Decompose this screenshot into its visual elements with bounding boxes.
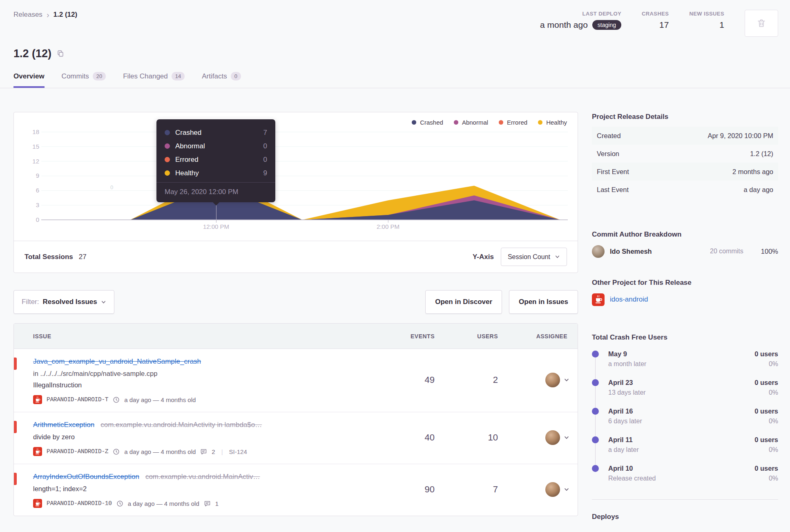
issue-short-id: PARANOID-ANDROID-Z (47, 448, 108, 455)
column-users: USERS (439, 333, 502, 340)
x-tick-2pm: 2:00 PM (377, 223, 399, 230)
timeline-dot (592, 351, 599, 358)
clock-icon (113, 396, 120, 403)
commit-author-row: Ido Shemesh 20 commits 100% (592, 244, 778, 258)
detail-row-last-event: Last Event a day ago (592, 181, 778, 199)
timeline-dot (592, 465, 599, 472)
timeline-entry: April 16 6 days later 0 users 0% (592, 407, 778, 425)
stray-zero-label: 0 (110, 184, 113, 190)
delete-release-button[interactable] (745, 10, 778, 37)
total-sessions-value: 27 (79, 253, 87, 261)
clock-icon (116, 500, 123, 507)
chart-footer: Total Sessions 27 Y-Axis Session Count (14, 241, 578, 273)
comment-count: 2 (212, 448, 215, 455)
environment-badge: staging (592, 20, 621, 30)
issue-age: a day ago — 4 months old (124, 448, 196, 455)
tooltip-row-abnormal: Abnormal 0 (165, 139, 267, 153)
other-project-row: idos-android (592, 293, 778, 306)
detail-row-version: Version 1.2 (12) (592, 145, 778, 163)
sessions-chart[interactable]: 18 15 12 9 6 3 0 12:00 PM 2:00 PM 0 Cras… (14, 112, 578, 241)
legend-item-crashed[interactable]: Crashed (412, 119, 443, 126)
issue-users-count: 2 (439, 375, 502, 385)
error-level-indicator (14, 358, 17, 370)
assignee-avatar (545, 482, 560, 497)
tab-artifacts-badge: 0 (231, 72, 241, 80)
issue-title-link[interactable]: ArrayIndexOutOfBoundsException (33, 473, 139, 481)
deploys-heading: Deploys (592, 513, 778, 521)
java-platform-icon (33, 499, 42, 508)
issue-title-link[interactable]: Java_com_example_vu_android_NativeSample… (33, 358, 201, 365)
y-tick-3: 3 (25, 201, 39, 210)
open-in-issues-button[interactable]: Open in Issues (509, 290, 578, 314)
timeline-dot (592, 379, 599, 386)
breadcrumb-releases-link[interactable]: Releases (13, 11, 42, 19)
healthy-legend-dot (538, 120, 542, 125)
breadcrumb-current: 1.2 (12) (54, 11, 78, 19)
tab-commits[interactable]: Commits 20 (62, 72, 106, 88)
error-level-indicator (14, 421, 17, 433)
stat-new-issues-label: NEW ISSUES (689, 11, 724, 17)
stat-crashes-label: CRASHES (642, 11, 669, 17)
author-commit-count: 20 commits (710, 248, 743, 255)
total-sessions-label: Total Sessions (25, 253, 73, 261)
issue-events-count: 40 (390, 432, 439, 443)
crashed-dot-icon (165, 130, 170, 135)
healthy-dot-icon (165, 170, 170, 176)
header-stats: LAST DEPLOY a month ago staging CRASHES … (540, 11, 778, 37)
tab-files-changed[interactable]: Files Changed 14 (123, 72, 185, 88)
timeline-entry: April 10 Release created 0 users 0% (592, 464, 778, 482)
crash-free-heading: Total Crash Free Users (592, 333, 778, 342)
assignee-dropdown-chevron-icon[interactable] (564, 487, 569, 492)
copy-version-button[interactable] (57, 50, 64, 57)
errored-dot-icon (165, 157, 170, 162)
area-chart-canvas[interactable] (14, 112, 578, 241)
tab-bar: Overview Commits 20 Files Changed 14 Art… (13, 72, 778, 88)
tooltip-row-crashed: Crashed 7 (165, 126, 267, 139)
tooltip-row-errored: Errored 0 (165, 153, 267, 166)
linked-issue-id: SI-124 (229, 448, 247, 455)
issue-events-count: 90 (390, 484, 439, 495)
sessions-chart-card: 18 15 12 9 6 3 0 12:00 PM 2:00 PM 0 Cras… (13, 112, 578, 273)
author-avatar (592, 245, 605, 258)
legend-item-errored[interactable]: Errored (499, 119, 527, 126)
issue-message: divide by zero (33, 431, 380, 443)
open-in-discover-button[interactable]: Open in Discover (425, 290, 502, 314)
issue-culprit: com.example.vu.android.MainActiv… (145, 473, 260, 481)
issue-users-count: 7 (439, 484, 502, 495)
timeline-entry: April 11 a day later 0 users 0% (592, 436, 778, 454)
issue-title-link[interactable]: ArithmeticException (33, 421, 94, 429)
issue-message: length=1; index=2 (33, 483, 380, 494)
tab-files-changed-badge: 14 (172, 72, 185, 80)
timeline-dot (592, 436, 599, 443)
x-tick-noon: 12:00 PM (203, 223, 229, 230)
commit-authors-heading: Commit Author Breakdown (592, 230, 778, 239)
legend-item-abnormal[interactable]: Abnormal (454, 119, 488, 126)
y-tick-9: 9 (25, 171, 39, 180)
other-project-link[interactable]: idos-android (610, 295, 648, 304)
issue-age: a day ago — 4 months old (128, 500, 199, 507)
timeline-entry: May 9 a month later 0 users 0% (592, 350, 778, 368)
y-tick-15: 15 (25, 142, 39, 151)
assignee-dropdown-chevron-icon[interactable] (564, 435, 569, 440)
issue-row: ArrayIndexOutOfBoundsExceptioncom.exampl… (14, 464, 578, 516)
chart-tooltip: Crashed 7 Abnormal 0 Errored 0 (156, 119, 275, 202)
issues-filter-dropdown[interactable]: Filter: Resolved Issues (13, 290, 114, 314)
author-name: Ido Shemesh (610, 248, 705, 255)
stat-last-deploy: LAST DEPLOY a month ago staging (540, 11, 621, 30)
column-issue: ISSUE (14, 333, 390, 340)
legend-item-healthy[interactable]: Healthy (538, 119, 567, 126)
issue-location: in ../../../../src/main/cpp/native-sampl… (33, 368, 380, 379)
tab-artifacts[interactable]: Artifacts 0 (202, 72, 241, 88)
errored-legend-dot (499, 120, 503, 125)
timeline-dot (592, 408, 599, 415)
assignee-dropdown-chevron-icon[interactable] (564, 377, 569, 383)
y-tick-0: 0 (25, 215, 39, 224)
issues-table: ISSUE EVENTS USERS ASSIGNEE Java_com_exa… (13, 323, 578, 516)
tab-overview[interactable]: Overview (13, 72, 45, 88)
java-platform-icon (33, 395, 42, 404)
release-sidebar: Project Release Details Created Apr 9, 2… (592, 112, 778, 527)
issues-table-header: ISSUE EVENTS USERS ASSIGNEE (14, 324, 578, 349)
java-platform-icon (33, 447, 42, 456)
y-axis-select[interactable]: Session Count (501, 248, 567, 266)
copy-icon (57, 50, 64, 57)
